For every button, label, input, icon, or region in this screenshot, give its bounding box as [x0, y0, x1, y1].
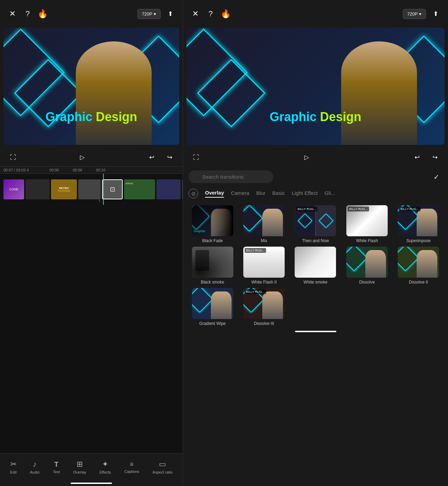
right-help-button[interactable]: ?	[205, 8, 216, 19]
timeline-track[interactable]: COME RETRO TELEVISIO ⊡ anima + ↑	[0, 174, 183, 205]
edit-label: Edit	[10, 470, 17, 474]
sd4	[346, 247, 367, 271]
right-design-text: Design	[320, 110, 362, 124]
timeline-cursor-line	[102, 194, 109, 205]
left-quality-button[interactable]: 720P ▾	[138, 9, 161, 19]
transition-label-white-smoke: White smoke	[304, 280, 327, 285]
left-upload-button[interactable]: ⬆	[165, 8, 176, 19]
transition-label-superimpose: Superimpose	[406, 238, 431, 243]
transition-then-and-now[interactable]: BILLY RUG... Then and Now	[292, 205, 339, 243]
scene-d2	[243, 205, 263, 231]
left-panel: ✕ ? 🔥 720P ▾ ⬆ Graphic Design ⛶ ▷ ↩ ↪	[0, 0, 183, 486]
design-text: Design	[96, 110, 137, 124]
right-quality-button[interactable]: 720P ▾	[403, 9, 426, 19]
scene-person	[211, 209, 232, 236]
left-redo-button[interactable]: ↪	[163, 151, 176, 163]
transition-white-flash-ii[interactable]: BILLY RUG... White Flash II	[240, 247, 288, 285]
transition-dissolve[interactable]: Dissolve	[343, 247, 391, 285]
toolbar-audio[interactable]: ♪ Audio	[27, 458, 43, 476]
right-fullscreen-button[interactable]: ⛶	[190, 151, 202, 163]
overlay-icon: ⊞	[77, 460, 83, 469]
transitions-grid: Graphic Black Fade Mix	[183, 202, 448, 329]
right-fire-icon: 🔥	[220, 8, 231, 19]
right-close-button[interactable]: ✕	[190, 8, 201, 19]
transition-mix[interactable]: Mix	[240, 205, 288, 243]
right-upload-button[interactable]: ⬆	[430, 8, 441, 19]
audio-label: Audio	[30, 470, 40, 474]
left-play-button[interactable]: ▷	[76, 151, 89, 163]
track-item-animated1[interactable]: anima	[124, 179, 155, 199]
transition-label-white-flash-ii: White Flash II	[251, 280, 276, 285]
transition-white-flash[interactable]: BILLY RUG... White Flash	[343, 205, 391, 243]
effects-icon: ✦	[102, 460, 108, 469]
tab-blur[interactable]: Blur	[256, 190, 265, 197]
transition-dissolve-ii[interactable]: Dissolve II	[395, 247, 442, 285]
toolbar-text[interactable]: T Text	[49, 458, 63, 476]
timeline-marker-3: 00:10	[96, 168, 105, 172]
left-fire-icon: 🔥	[37, 8, 48, 19]
sp4	[365, 250, 386, 278]
toolbar-captions[interactable]: ≡ Captions	[121, 459, 143, 476]
search-input[interactable]	[189, 170, 273, 183]
track-item-retro[interactable]: RETRO TELEVISIO	[51, 179, 77, 199]
toolbar-edit[interactable]: ✂ Edit	[7, 458, 20, 476]
left-fullscreen-button[interactable]: ⛶	[7, 151, 19, 163]
left-help-button[interactable]: ?	[22, 8, 33, 19]
sp7	[262, 291, 283, 319]
transition-thumb-dissolve	[346, 247, 388, 278]
left-playback-controls: ⛶ ▷ ↩ ↪	[0, 148, 183, 166]
tab-light-effect[interactable]: Light Effect	[292, 190, 318, 197]
transition-thumb-gradient-wipe	[192, 288, 233, 319]
then-now-tag: BILLY RUG...	[296, 207, 317, 211]
track-item-dark[interactable]	[26, 179, 50, 199]
transition-dissolve-iii[interactable]: BILLY RUG... Dissolve III	[240, 288, 288, 326]
transition-label-dissolve-iii: Dissolve III	[254, 321, 274, 326]
white-flash-tag: BILLY RUG...	[348, 207, 369, 211]
left-close-button[interactable]: ✕	[7, 8, 18, 19]
timeline-marker-1: 00:06	[49, 168, 59, 172]
right-graphic-text: Graphic	[269, 110, 320, 124]
track-item-person1[interactable]	[78, 179, 101, 199]
transition-gradient-wipe[interactable]: Gradient Wipe	[189, 288, 236, 326]
right-play-button[interactable]: ▷	[301, 151, 313, 163]
right-video-preview: Graphic Design	[186, 28, 445, 145]
track-item-animated2[interactable]	[156, 179, 181, 199]
transition-label-black-smoke: Black smoke	[201, 280, 224, 285]
toolbar-effects[interactable]: ✦ Effects	[96, 458, 114, 476]
no-category-button[interactable]: ⊘	[189, 189, 198, 198]
captions-icon: ≡	[130, 461, 134, 468]
aspect-ratio-icon: ▭	[159, 460, 166, 469]
transition-label-dissolve: Dissolve	[359, 280, 375, 285]
transition-black-smoke[interactable]: Black smoke	[189, 247, 236, 285]
scene-p2	[262, 209, 283, 236]
edit-icon: ✂	[10, 460, 17, 469]
sd5	[398, 247, 419, 271]
confirm-button[interactable]: ✓	[430, 171, 442, 183]
home-indicator-right	[295, 331, 336, 332]
transition-superimpose[interactable]: BILLY RUG... Superimpose	[395, 205, 442, 243]
tab-camera[interactable]: Camera	[231, 190, 249, 197]
transition-white-smoke[interactable]: White smoke	[292, 247, 339, 285]
category-tabs: ⊘ Overlay Camera Blur Basic Light Effect…	[183, 187, 448, 202]
transition-thumb-black-smoke	[192, 247, 233, 278]
track-item-person2[interactable]	[182, 179, 183, 199]
toolbar-aspect-ratio[interactable]: ▭ Aspect ratio	[149, 458, 176, 476]
right-graphic-design-overlay: Graphic Design	[269, 110, 361, 124]
right-header: ✕ ? 🔥 720P ▾ ⬆	[183, 0, 448, 24]
toolbar-overlay[interactable]: ⊞ Overlay	[70, 458, 90, 476]
right-undo-button[interactable]: ↩	[411, 151, 423, 163]
text-icon: T	[54, 460, 58, 468]
sp5	[417, 250, 437, 278]
tab-basic[interactable]: Basic	[272, 190, 285, 197]
tab-overlay[interactable]: Overlay	[205, 190, 224, 198]
track-item-welcome[interactable]: COME	[3, 179, 24, 199]
transition-label-then-and-now: Then and Now	[302, 238, 329, 243]
left-undo-button[interactable]: ↩	[145, 151, 158, 163]
timeline-arrow-indicator: ↑	[98, 198, 101, 204]
right-redo-button[interactable]: ↪	[429, 151, 441, 163]
transition-black-fade[interactable]: Graphic Black Fade	[189, 205, 236, 243]
sp3	[417, 209, 437, 236]
left-bottom-toolbar: ✂ Edit ♪ Audio T Text ⊞ Overlay ✦ Effect…	[0, 453, 183, 480]
tab-gli[interactable]: Gli...	[325, 190, 335, 197]
scene-diamond-1	[192, 205, 210, 230]
